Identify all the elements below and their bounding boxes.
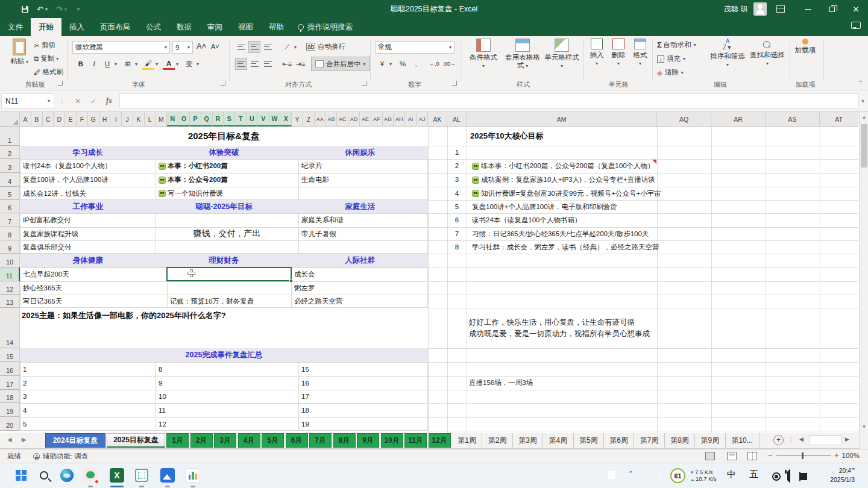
column-header-AI[interactable]: AI — [405, 112, 417, 127]
align-top-button[interactable] — [235, 41, 247, 53]
column-header-A[interactable]: A — [20, 112, 31, 127]
number-format-select[interactable]: 常规▾ — [375, 41, 454, 54]
input-method-indicator[interactable]: 五 — [749, 469, 758, 480]
column-header-E[interactable]: E — [65, 112, 77, 127]
normal-view-button[interactable] — [705, 452, 715, 460]
zoom-out-button[interactable]: − — [768, 451, 773, 460]
live-note[interactable]: 直播156场，一周3场 — [469, 376, 533, 390]
sheet-tab-23[interactable]: 第10... — [726, 433, 760, 448]
ribbon-display-options-icon[interactable] — [776, 5, 785, 13]
number-cell[interactable]: 1 — [20, 362, 156, 376]
cell[interactable]: 记账：预算10万，财务复盘 — [167, 295, 291, 308]
new-sheet-button[interactable]: + — [773, 435, 784, 445]
goal-item[interactable]: 知识付费课=复盘创富30讲卖99元，视频号+公众号+小宇宙 — [469, 187, 657, 200]
column-header-V[interactable]: V — [258, 112, 269, 127]
cell-styles-button[interactable]: 单元格样式▾ — [544, 39, 580, 70]
column-header-AJ[interactable]: AJ — [417, 112, 428, 127]
shrink-font-button[interactable]: A˅ — [211, 43, 219, 50]
column-header-N[interactable]: N — [167, 112, 178, 127]
sheet-tab-3[interactable]: 2月 — [190, 433, 213, 448]
goal-item[interactable]: 练本事：小红书200篇，公众号200篇（复盘100个人物） — [469, 159, 657, 173]
sheet-tab-9[interactable]: 8月 — [333, 433, 356, 448]
vertical-scrollbar[interactable]: ▲▼ — [859, 112, 868, 433]
cell[interactable]: 带儿子暑假 — [298, 227, 428, 240]
font-family-select[interactable]: 微软雅黑▾ — [72, 41, 170, 54]
zoom-slider-thumb[interactable] — [802, 452, 804, 459]
tray-score-badge[interactable]: 61 — [670, 468, 685, 483]
column-header-G[interactable]: G — [88, 112, 99, 127]
capture-app-button[interactable] — [134, 468, 149, 483]
format-cells-button[interactable]: 格式▾ — [631, 39, 650, 67]
goal-item[interactable]: 习惯：日记365天/抄心经365天/七点早起200天/散步100天 — [469, 227, 657, 240]
cell[interactable]: 七点早起200天 — [20, 267, 156, 281]
index-cell[interactable]: 8 — [447, 240, 467, 254]
row-header-3[interactable]: 3 — [0, 159, 20, 173]
phonetic-button[interactable]: 变 — [183, 58, 195, 70]
row-header-20[interactable]: 20 — [0, 417, 20, 431]
column-header-Y[interactable]: Y — [292, 112, 303, 127]
index-cell[interactable]: 3 — [447, 173, 467, 187]
row-header-6[interactable]: 6 — [0, 200, 20, 213]
horizontal-scrollbar[interactable] — [809, 435, 841, 445]
column-header-H[interactable]: H — [99, 112, 111, 127]
italic-button[interactable]: I — [88, 58, 100, 70]
selected-cell-N11[interactable] — [166, 267, 292, 281]
cell[interactable]: 复盘俱乐部交付 — [20, 240, 156, 254]
index-cell[interactable]: 7 — [447, 227, 467, 240]
column-header-K[interactable]: K — [133, 112, 145, 127]
column-header-AM[interactable]: AM — [467, 112, 657, 127]
page-layout-view-button[interactable] — [727, 452, 737, 460]
column-header-AD[interactable]: AD — [348, 112, 360, 127]
column-header-AS[interactable]: AS — [766, 112, 820, 127]
cell[interactable]: 本事：公众号200篇 — [156, 173, 298, 187]
menu-tab-0[interactable]: 文件 — [0, 18, 31, 36]
row-header-14[interactable]: 14 — [0, 308, 20, 348]
cell[interactable]: 成长会 — [291, 267, 428, 281]
paste-button[interactable]: 粘贴 ▾ — [6, 39, 33, 66]
menu-tab-5[interactable]: 数据 — [169, 18, 200, 36]
column-header-Q[interactable]: Q — [201, 112, 213, 127]
sheet-tab-19[interactable]: 第6周 — [604, 433, 634, 448]
comment-icon[interactable] — [851, 22, 861, 29]
chart-app-button[interactable] — [185, 468, 201, 483]
sheet-tab-22[interactable]: 第9周 — [695, 433, 725, 448]
zoom-level[interactable]: 100% — [842, 452, 860, 459]
cell[interactable]: 抄心经365天 — [20, 281, 156, 295]
delete-cells-button[interactable]: 删除▾ — [609, 39, 628, 67]
column-header-AR[interactable]: AR — [711, 112, 766, 127]
column-header-AG[interactable]: AG — [383, 112, 394, 127]
column-header-AL[interactable]: AL — [447, 112, 467, 127]
vertical-scroll-thumb[interactable] — [861, 124, 867, 167]
menu-tab-1[interactable]: 开始 — [31, 18, 61, 36]
column-header-L[interactable]: L — [145, 112, 156, 127]
name-box[interactable]: N11▾ — [1, 93, 54, 109]
number-cell[interactable]: 11 — [156, 403, 298, 417]
conditional-formatting-button[interactable]: 条件格式▾ — [465, 39, 502, 70]
menu-tab-4[interactable]: 公式 — [138, 18, 169, 36]
autosum-button[interactable]: Σ自动求和▾ — [657, 40, 696, 49]
alignment-dialog-launcher[interactable] — [362, 81, 366, 86]
column-header-AT[interactable]: AT — [820, 112, 858, 127]
sheet-tab-18[interactable]: 第5周 — [574, 433, 604, 448]
number-cell[interactable]: 17 — [298, 390, 428, 403]
edge-app-button[interactable] — [59, 468, 75, 483]
percent-button[interactable]: % — [397, 58, 409, 70]
column-header-I[interactable]: I — [110, 112, 122, 127]
excel-app-button[interactable]: X — [109, 468, 125, 483]
taskbar-search-button[interactable] — [36, 468, 52, 483]
merge-center-button[interactable]: 合并后居中▾ — [311, 57, 370, 71]
sheet-tab-2[interactable]: 1月 — [166, 433, 189, 448]
zoom-in-button[interactable]: + — [834, 451, 839, 460]
row-header-5[interactable]: 5 — [0, 187, 20, 200]
sheet-tab-1[interactable]: 2025目标复盘 — [107, 433, 165, 448]
add-ins-button[interactable]: 加载项 — [793, 39, 817, 54]
cell[interactable]: 复盘家族课程升级 — [20, 227, 156, 240]
bold-button[interactable]: B — [75, 58, 87, 70]
column-header-O[interactable]: O — [178, 112, 190, 127]
number-cell[interactable]: 18 — [298, 403, 428, 417]
sheet-nav-left[interactable]: ◀ — [7, 436, 12, 443]
sheet-tab-6[interactable]: 5月 — [262, 433, 284, 448]
sheet-tab-11[interactable]: 10月 — [381, 433, 403, 448]
close-button[interactable]: ✕ — [844, 0, 868, 18]
blue-app-button[interactable] — [160, 468, 175, 483]
